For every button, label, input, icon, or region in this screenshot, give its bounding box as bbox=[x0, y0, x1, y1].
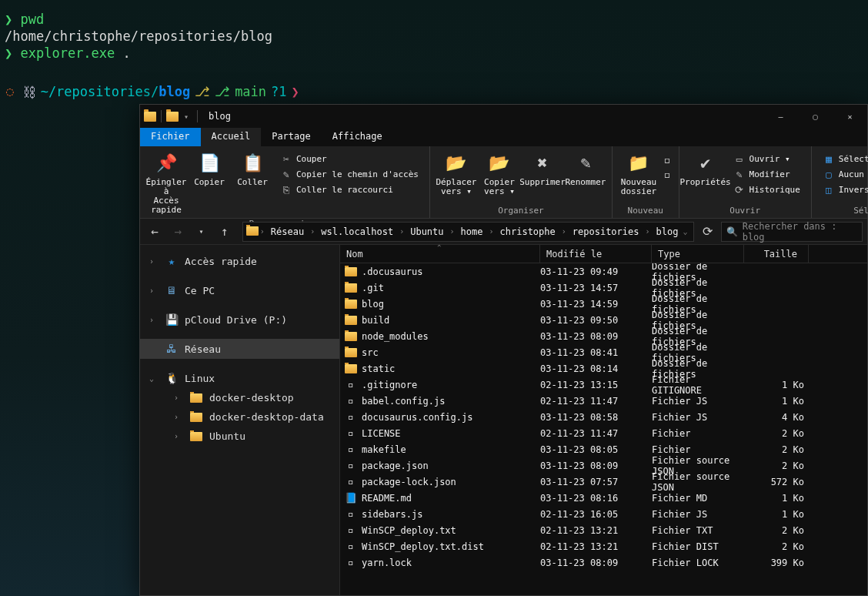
copy-path-button[interactable]: ✎Copier le chemin d'accès bbox=[277, 166, 422, 182]
paste-button[interactable]: 📋Coller bbox=[231, 149, 274, 189]
delete-button[interactable]: ✖Supprimer bbox=[521, 149, 564, 189]
table-row[interactable]: .docusaurus03-11-23 09:49Dossier de fich… bbox=[340, 263, 867, 280]
drive-icon: 💾 bbox=[165, 313, 179, 326]
table-row[interactable]: build03-11-23 09:50Dossier de fichiers bbox=[340, 312, 867, 328]
properties-button[interactable]: ✔Propriétés bbox=[684, 149, 727, 189]
rename-button[interactable]: ✎Renommer bbox=[564, 149, 607, 189]
nav-pane[interactable]: ›★Accès rapide ›🖥Ce PC ›💾pCloud Drive (P… bbox=[140, 245, 340, 595]
tab-home[interactable]: Accueil bbox=[201, 128, 262, 146]
table-row[interactable]: blog03-11-23 14:59Dossier de fichiers bbox=[340, 296, 867, 312]
ribbon-group-clipboard: 📌Épingler à Accès rapide 📄Copier 📋Coller… bbox=[140, 146, 430, 218]
table-row[interactable]: .git03-11-23 14:57Dossier de fichiers bbox=[340, 280, 867, 296]
file-name: README.md bbox=[362, 493, 412, 504]
table-row[interactable]: ▫package.json03-11-23 08:09Fichier sourc… bbox=[340, 457, 867, 474]
forward-button[interactable]: → bbox=[168, 221, 188, 243]
nav-quick-access[interactable]: ›★Accès rapide bbox=[140, 251, 339, 271]
breadcrumb-seg[interactable]: Ubuntu bbox=[406, 226, 448, 237]
invert-selection-button[interactable]: ◫Inverser la sélection bbox=[820, 182, 868, 197]
up-button[interactable]: ↑ bbox=[215, 221, 235, 243]
qat-open-icon[interactable] bbox=[166, 112, 179, 122]
file-name: WinSCP_deploy.txt.dist bbox=[362, 541, 484, 552]
qat-dropdown-icon[interactable]: ▾ bbox=[180, 111, 192, 122]
nav-pcloud[interactable]: ›💾pCloud Drive (P:) bbox=[140, 310, 339, 330]
file-type: Fichier bbox=[652, 428, 744, 439]
table-row[interactable]: src03-11-23 08:41Dossier de fichiers bbox=[340, 344, 867, 360]
refresh-button[interactable]: ⟳ bbox=[697, 221, 717, 243]
new-item-icon[interactable]: ▫ bbox=[663, 152, 671, 167]
open-button[interactable]: ▭Ouvrir ▾ bbox=[730, 151, 803, 166]
breadcrumb-seg[interactable]: blog bbox=[652, 226, 683, 237]
file-list[interactable]: ⌃ Nom Modifié le Type Taille .docusaurus… bbox=[340, 245, 867, 595]
git-branch: main bbox=[235, 83, 266, 100]
new-folder-button[interactable]: 📁Nouveau dossier bbox=[617, 149, 660, 199]
nav-network[interactable]: 🖧Réseau bbox=[140, 339, 339, 359]
edit-button[interactable]: ✎Modifier bbox=[730, 166, 803, 182]
terminal[interactable]: ❯ pwd /home/christophe/repositories/blog… bbox=[0, 0, 868, 100]
table-row[interactable]: ▫sidebars.js02-11-23 16:05Fichier JS1 Ko bbox=[340, 506, 867, 522]
ribbon-group-new: 📁Nouveau dossier ▫▫ Nouveau bbox=[613, 146, 679, 218]
paste-shortcut-button[interactable]: ⎘Coller le raccourci bbox=[277, 182, 422, 197]
table-row[interactable]: ▫LICENSE02-11-23 11:47Fichier2 Ko bbox=[340, 425, 867, 441]
table-row[interactable]: ▫WinSCP_deploy.txt.dist02-11-23 13:21Fic… bbox=[340, 538, 867, 554]
col-modified[interactable]: Modifié le bbox=[540, 245, 652, 263]
explorer-window[interactable]: ▾ blog — ▢ ✕ Fichier Accueil Partage Aff… bbox=[139, 104, 868, 596]
folder-icon bbox=[345, 300, 357, 309]
search-input[interactable]: 🔍 Rechercher dans : blog bbox=[721, 222, 863, 242]
breadcrumb-seg[interactable]: christophe bbox=[496, 226, 560, 237]
table-row[interactable]: ▫.gitignore02-11-23 13:15Fichier GITIGNO… bbox=[340, 377, 867, 393]
table-row[interactable]: 📘README.md03-11-23 08:16Fichier MD1 Ko bbox=[340, 490, 867, 506]
history-button[interactable]: ⟳Historique bbox=[730, 182, 803, 197]
table-row[interactable]: ▫yarn.lock03-11-23 08:09Fichier LOCK399 … bbox=[340, 554, 867, 571]
breadcrumb-sep: › bbox=[449, 227, 456, 236]
group-label: Nouveau bbox=[617, 204, 674, 218]
copy-button[interactable]: 📄Copier bbox=[188, 149, 231, 189]
tab-file[interactable]: Fichier bbox=[140, 128, 201, 146]
column-headers[interactable]: ⌃ Nom Modifié le Type Taille bbox=[340, 245, 867, 263]
nav-linux[interactable]: ⌄🐧Linux bbox=[140, 368, 339, 388]
table-row[interactable]: node_modules03-11-23 08:09Dossier de fic… bbox=[340, 328, 867, 344]
col-size[interactable]: Taille bbox=[744, 245, 809, 263]
file-name: package-lock.json bbox=[362, 477, 456, 487]
breadcrumb-seg[interactable]: wsl.localhost bbox=[316, 226, 398, 237]
table-row[interactable]: ▫package-lock.json03-11-23 07:57Fichier … bbox=[340, 474, 867, 490]
breadcrumb-seg[interactable]: repositories bbox=[568, 226, 644, 237]
table-row[interactable]: ▫WinSCP_deploy.txt02-11-23 13:21Fichier … bbox=[340, 522, 867, 538]
file-type: Fichier bbox=[652, 444, 744, 455]
minimize-button[interactable]: — bbox=[763, 105, 798, 128]
table-row[interactable]: ▫babel.config.js02-11-23 11:47Fichier JS… bbox=[340, 393, 867, 409]
tab-share[interactable]: Partage bbox=[261, 128, 322, 146]
file-modified: 03-11-23 09:49 bbox=[540, 266, 652, 277]
breadcrumb-seg[interactable]: home bbox=[456, 226, 488, 237]
pin-button[interactable]: 📌Épingler à Accès rapide bbox=[145, 149, 188, 217]
cut-button[interactable]: ✂Couper bbox=[277, 151, 422, 166]
select-all-button[interactable]: ▦Sélectionner tout bbox=[820, 151, 868, 166]
file-size: 2 Ko bbox=[744, 428, 804, 439]
col-type[interactable]: Type bbox=[652, 245, 744, 263]
nav-linux-child[interactable]: ›docker-desktop bbox=[140, 388, 339, 407]
close-button[interactable]: ✕ bbox=[833, 105, 867, 128]
breadcrumb-dropdown-icon[interactable]: ⌄ bbox=[683, 227, 687, 236]
tab-view[interactable]: Affichage bbox=[322, 128, 393, 146]
recent-button[interactable]: ▾ bbox=[191, 221, 211, 243]
select-none-button[interactable]: ▢Aucun bbox=[820, 166, 868, 182]
group-label: Ouvrir bbox=[684, 204, 806, 218]
breadcrumb[interactable]: ›Réseau›wsl.localhost›Ubuntu›home›christ… bbox=[242, 222, 695, 242]
nav-linux-child[interactable]: ›Ubuntu bbox=[140, 427, 339, 446]
titlebar[interactable]: ▾ blog — ▢ ✕ bbox=[140, 105, 867, 128]
nav-this-pc[interactable]: ›🖥Ce PC bbox=[140, 280, 339, 300]
back-button[interactable]: ← bbox=[145, 221, 165, 243]
file-modified: 02-11-23 13:21 bbox=[540, 525, 652, 536]
nav-linux-child[interactable]: ›docker-desktop-data bbox=[140, 407, 339, 427]
maximize-button[interactable]: ▢ bbox=[798, 105, 833, 128]
path-icon: ✎ bbox=[280, 168, 292, 180]
copy-to-button[interactable]: 📂Copier vers ▾ bbox=[478, 149, 521, 199]
table-row[interactable]: ▫docusaurus.config.js03-11-23 08:58Fichi… bbox=[340, 409, 867, 425]
move-to-button[interactable]: 📂Déplacer vers ▾ bbox=[435, 149, 478, 199]
easy-access-icon[interactable]: ▫ bbox=[663, 167, 671, 182]
edit-icon: ✎ bbox=[733, 168, 746, 180]
file-modified: 03-11-23 08:14 bbox=[540, 363, 652, 374]
table-row[interactable]: static03-11-23 08:14Dossier de fichiers bbox=[340, 360, 867, 377]
table-row[interactable]: ▫makefile03-11-23 08:05Fichier2 Ko bbox=[340, 441, 867, 457]
breadcrumb-seg[interactable]: Réseau bbox=[266, 226, 309, 237]
ribbon-tabs[interactable]: Fichier Accueil Partage Affichage bbox=[140, 128, 867, 146]
